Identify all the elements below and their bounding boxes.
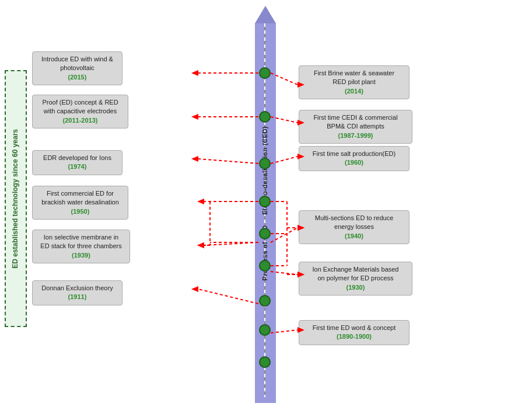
left-event-2011-text: Proof (ED) concept & REDwith capacitive …	[42, 99, 118, 114]
right-event-1960-year: (1960)	[345, 159, 363, 166]
node-9	[259, 356, 271, 368]
svg-marker-36	[197, 242, 204, 248]
left-event-1950-text: First commercial ED forbrackish water de…	[41, 190, 119, 206]
left-event-1974: EDR developed for Ions (1974)	[32, 150, 123, 175]
right-event-1940-text: Multi-sections ED to reduceenergy losses	[315, 214, 394, 230]
arrow-body	[255, 23, 276, 403]
svg-line-4	[198, 159, 258, 164]
node-2	[259, 111, 271, 123]
left-label-box: ED established technology since 60 years	[5, 70, 27, 327]
right-event-1960: First time salt production(ED) (1960)	[299, 146, 410, 171]
right-event-1930-text: Ion Exchange Materials basedon polymer f…	[313, 266, 399, 282]
left-event-2015-text: Introduce ED with wind &photovoltaic	[41, 55, 113, 71]
right-event-1987: First time CEDI & commercialBPM& CDI att…	[299, 110, 412, 144]
left-event-1939-year: (1939)	[72, 252, 90, 259]
right-event-1940-year: (1940)	[345, 232, 363, 239]
left-event-1911-text: Donnan Exclusion theory	[41, 284, 113, 291]
node-6	[259, 260, 271, 272]
right-event-1890-year: (1890-1900)	[337, 333, 372, 340]
left-event-2015-year: (2015)	[68, 74, 87, 81]
left-event-1911-year: (1911)	[68, 293, 87, 300]
left-event-1911: Donnan Exclusion theory (1911)	[32, 280, 123, 305]
svg-marker-5	[191, 156, 198, 162]
svg-marker-9	[197, 242, 204, 248]
right-event-1930-year: (1930)	[346, 284, 365, 291]
right-event-1987-text: First time CEDI & commercialBPM& CDI att…	[313, 114, 397, 130]
right-event-1987-year: (1987-1999)	[338, 132, 373, 139]
node-5	[259, 228, 271, 239]
svg-marker-3	[191, 114, 198, 120]
left-event-2011: Proof (ED) concept & REDwith capacitive …	[32, 95, 128, 128]
svg-marker-11	[191, 286, 198, 292]
left-event-1939: Ion selective membrane inED stack for th…	[32, 230, 130, 263]
node-8	[259, 324, 271, 336]
left-event-1974-year: (1974)	[68, 163, 87, 170]
left-event-1950-year: (1950)	[71, 208, 90, 215]
node-3	[259, 158, 271, 169]
left-event-2011-year: (2011-2013)	[63, 117, 98, 124]
svg-line-10	[198, 289, 258, 304]
left-event-1974-text: EDR developed for Ions	[43, 154, 111, 161]
right-event-1940: Multi-sections ED to reduceenergy losses…	[299, 210, 410, 244]
right-event-1930: Ion Exchange Materials basedon polymer f…	[299, 262, 412, 296]
left-label-text: ED established technology since 60 years	[11, 129, 20, 269]
left-event-2015: Introduce ED with wind &photovoltaic (20…	[32, 51, 123, 85]
right-event-2014-text: First Brine water & seawaterRED pilot pl…	[314, 70, 394, 85]
diagram-container: ED established technology since 60 years…	[0, 0, 532, 410]
svg-marker-7	[197, 199, 204, 204]
right-event-1960-text: First time salt production(ED)	[313, 150, 396, 157]
node-1	[259, 67, 271, 79]
left-event-1950: First commercial ED forbrackish water de…	[32, 186, 128, 220]
node-4	[259, 196, 271, 207]
right-event-2014: First Brine water & seawaterRED pilot pl…	[299, 65, 410, 99]
right-event-1890-text: First time ED word & concept	[313, 324, 396, 331]
svg-marker-1	[191, 70, 198, 76]
right-event-1890: First time ED word & concept (1890-1900)	[299, 320, 410, 345]
node-7	[259, 295, 271, 307]
arrow-head	[255, 6, 276, 23]
left-event-1939-text: Ion selective membrane inED stack for th…	[40, 234, 121, 249]
dashed-center-line	[264, 23, 265, 397]
right-event-2014-year: (2014)	[345, 88, 363, 95]
